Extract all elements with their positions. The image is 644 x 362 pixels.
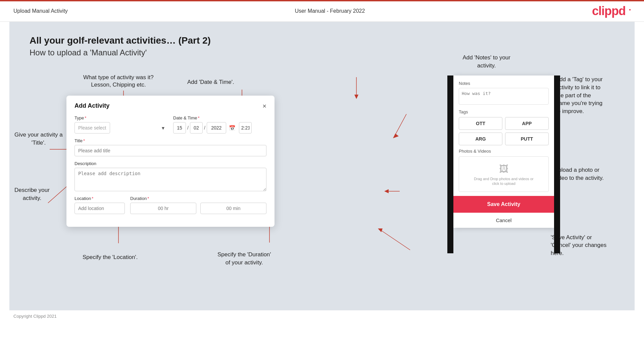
- form-group-location: Location*: [75, 196, 125, 214]
- tags-grid: OTT APP ARG PUTT: [459, 117, 549, 145]
- annotation-upload: Upload a photo or video to the activity.: [554, 166, 628, 182]
- top-bar: Upload Manual Activity User Manual - Feb…: [0, 0, 644, 22]
- location-label: Location*: [75, 196, 125, 201]
- type-select-wrapper: Please select: [75, 122, 168, 134]
- annotation-date-time: Add 'Date & Time'.: [187, 79, 234, 86]
- svg-marker-15: [393, 134, 399, 138]
- logo: clippd ●: [592, 4, 631, 18]
- main-subheading: How to upload a 'Manual Activity': [30, 48, 614, 57]
- description-label: Description: [75, 161, 266, 166]
- cancel-link[interactable]: Cancel: [453, 213, 554, 228]
- location-input[interactable]: [75, 203, 125, 214]
- annotation-location: Specify the 'Location'.: [83, 254, 138, 261]
- title-input[interactable]: [75, 145, 266, 156]
- add-activity-modal: Add Activity × Type* Please select Date …: [66, 96, 275, 227]
- type-label: Type*: [75, 115, 168, 120]
- duration-min-input[interactable]: [200, 203, 266, 214]
- datetime-label: Date & Time*: [173, 115, 266, 120]
- upload-icon: 🖼: [499, 163, 508, 174]
- phone-bar-left: [447, 75, 453, 253]
- tag-ott[interactable]: OTT: [459, 117, 502, 130]
- date-month-input[interactable]: [190, 122, 203, 134]
- notes-label: Notes: [459, 81, 549, 86]
- page-subtitle: User Manual - February 2022: [295, 8, 365, 14]
- type-select[interactable]: Please select: [75, 122, 110, 134]
- annotation-give-title: Give your activity a 'Title'.: [14, 131, 63, 147]
- tags-label: Tags: [459, 109, 549, 114]
- tag-app[interactable]: APP: [505, 117, 549, 130]
- modal-title: Add Activity: [75, 102, 109, 109]
- page-title: Upload Manual Activity: [13, 8, 68, 14]
- copyright-text: Copyright Clippd 2021: [13, 314, 57, 319]
- photos-label: Photos & Videos: [459, 149, 549, 154]
- date-year-input[interactable]: [207, 122, 226, 134]
- form-group-description: Description: [75, 161, 266, 191]
- duration-hr-input[interactable]: [130, 203, 196, 214]
- main-content: All your golf-relevant activities… (Part…: [9, 22, 635, 310]
- annotation-describe: Describe your activity.: [14, 186, 50, 202]
- phone-bar-right: [554, 75, 560, 253]
- footer: Copyright Clippd 2021: [0, 310, 644, 322]
- annotation-what-type: What type of activity was it? Lesson, Ch…: [83, 74, 154, 89]
- form-group-datetime: Date & Time* / / 📅: [173, 115, 266, 134]
- svg-marker-19: [378, 228, 383, 232]
- annotation-tag: Add a 'Tag' to your activity to link it …: [556, 75, 626, 115]
- photos-drop-zone[interactable]: 🖼 Drag and Drop photos and videos or cli…: [459, 156, 549, 192]
- svg-line-14: [395, 114, 406, 136]
- notes-textarea[interactable]: [459, 88, 549, 105]
- svg-marker-17: [384, 189, 389, 193]
- title-label: Title*: [75, 138, 266, 143]
- date-day-input[interactable]: [173, 122, 186, 134]
- duration-input-row: [130, 203, 266, 214]
- time-input[interactable]: [239, 122, 252, 134]
- form-group-type: Type* Please select: [75, 115, 168, 134]
- tag-putt[interactable]: PUTT: [505, 133, 549, 145]
- form-row-type-datetime: Type* Please select Date & Time* / /: [75, 115, 266, 134]
- form-row-location-duration: Location* Duration*: [75, 196, 266, 214]
- svg-line-18: [380, 230, 410, 250]
- duration-label: Duration*: [130, 196, 266, 201]
- annotation-duration: Specify the 'Duration' of your activity.: [217, 251, 271, 267]
- modal-header: Add Activity ×: [75, 102, 266, 109]
- form-group-title: Title*: [75, 138, 266, 156]
- photos-drop-text: Drag and Drop photos and videos or click…: [474, 176, 533, 186]
- tag-arg[interactable]: ARG: [459, 133, 502, 145]
- right-panel-inner: Notes Tags OTT APP ARG PUTT Photos & Vid…: [453, 75, 554, 192]
- calendar-icon[interactable]: 📅: [229, 125, 236, 131]
- right-panel: Notes Tags OTT APP ARG PUTT Photos & Vid…: [453, 75, 554, 228]
- main-heading: All your golf-relevant activities… (Part…: [30, 35, 614, 46]
- form-group-duration: Duration*: [130, 196, 266, 214]
- annotation-notes: Add 'Notes' to your activity.: [462, 54, 510, 70]
- description-textarea[interactable]: [75, 168, 266, 191]
- date-input-group: / / 📅: [173, 122, 266, 134]
- svg-marker-13: [354, 95, 358, 99]
- modal-close-button[interactable]: ×: [262, 103, 266, 109]
- save-activity-button[interactable]: Save Activity: [453, 196, 554, 213]
- annotation-save: 'Save Activity' or 'Cancel' your changes…: [551, 234, 628, 257]
